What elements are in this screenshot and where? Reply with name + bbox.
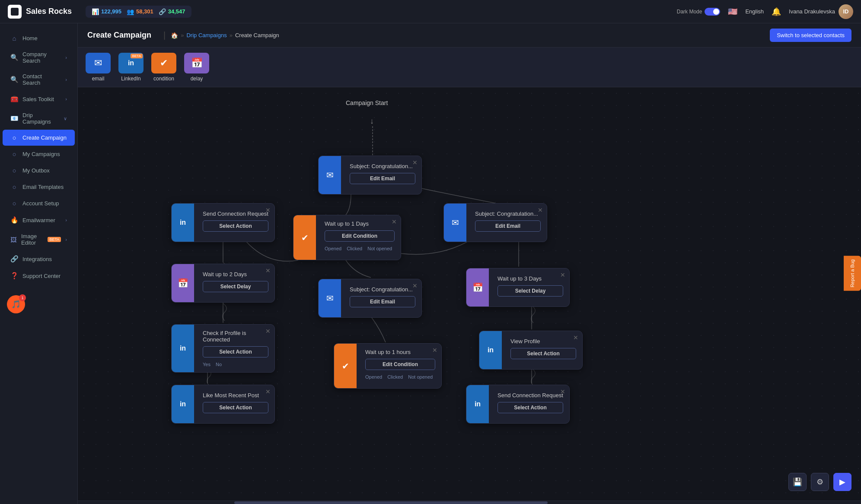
sidebar-item-support-center[interactable]: ❓ Support Center [3,268,75,284]
sidebar-item-contact-search[interactable]: 🔍 Contact Search › [3,69,75,90]
sidebar-item-account-setup-label: Account Setup [22,200,59,207]
node-linkedin2-close[interactable]: ✕ [265,328,271,335]
edit-email2-button[interactable]: Edit Email [475,220,541,232]
node-linkedin5-close[interactable]: ✕ [560,388,565,395]
edit-condition1-button[interactable]: Edit Condition [325,230,395,242]
music-icon: 🎵 [11,300,21,309]
delay-tool-label: delay [191,76,203,82]
node-linkedin1-close[interactable]: ✕ [265,207,271,214]
node-condition2: ✔ Wait up to 1 hours Edit Condition Open… [334,343,442,389]
image-editor-icon: 🖼 [10,236,17,243]
select-action-linkedin1-button[interactable]: Select Action [203,220,268,232]
chevron-right-icon3: › [65,96,67,102]
music-button[interactable]: 🎵 1 [7,295,25,313]
sidebar-item-my-outbox[interactable]: ○ My Outbox [3,163,75,179]
logo-text: Sales Rocks [26,7,72,16]
condition1-not-opened-label: Not opened [367,246,392,251]
main-content: Create Campaign | 🏠 » Drip Campaigns » C… [78,23,861,504]
node-condition1-title: Wait up to 1 Days [325,220,395,227]
user-info: Ivana Drakulevska ID [789,4,853,19]
node-condition2-close[interactable]: ✕ [432,347,437,354]
tool-linkedin[interactable]: in BETA LinkedIn [118,53,144,82]
support-icon: ❓ [10,272,18,280]
home-icon: ⌂ [10,35,18,42]
breadcrumb-sep2: » [230,32,233,38]
node-email2-close[interactable]: ✕ [538,207,543,214]
node-linkedin4-close[interactable]: ✕ [265,388,271,395]
node-linkedin1: in Send Connection Request Select Action… [171,203,275,242]
select-action-linkedin5-button[interactable]: Select Action [497,402,563,413]
company-search-icon: 🔍 [10,54,18,61]
node-linkedin4-header: in [172,385,194,423]
save-canvas-button[interactable]: 💾 [788,473,807,491]
node-delay2-content: Wait up to 3 Days Select Delay [491,268,569,303]
node-linkedin3-header: in [479,331,502,369]
sidebar-item-company-search[interactable]: 🔍 Company Search › [3,47,75,68]
linkedin-node-icon2: in [180,345,186,352]
email-tool-icon: ✉ [86,53,111,73]
sidebar-item-create-campaign-label: Create Campaign [22,134,67,141]
play-icon: ▶ [839,477,845,487]
node-email1-close[interactable]: ✕ [412,159,418,166]
avatar: ID [839,4,853,19]
sales-toolkit-icon: 🧰 [10,95,18,103]
edit-email3-button[interactable]: Edit Email [350,296,415,307]
sidebar-item-sales-toolkit[interactable]: 🧰 Sales Toolkit › [3,91,75,107]
sidebar-item-image-editor[interactable]: 🖼 Image Editor BETA › [3,229,75,250]
node-linkedin3-close[interactable]: ✕ [573,334,578,341]
sidebar-item-drip-campaigns[interactable]: 📧 Drip Campaigns ∨ [3,108,75,129]
node-delay2-close[interactable]: ✕ [560,271,565,278]
header-divider: | [163,30,166,40]
account-setup-icon: ○ [10,200,18,207]
node-delay1-close[interactable]: ✕ [265,267,271,274]
logo-box [8,5,22,19]
sidebar-item-integrations[interactable]: 🔗 Integrations [3,251,75,267]
canvas-scrollbar-thumb[interactable] [234,501,548,504]
breadcrumb-sep1: » [181,32,184,38]
canvas-area[interactable]: Campaign Start ↓ ✉ Subject: Congratulati… [78,87,861,501]
stat-companies-val: 58,301 [136,8,153,15]
sidebar-item-home[interactable]: ⌂ Home [3,30,75,46]
stat-contacts-val: 122,995 [101,8,121,15]
tool-delay[interactable]: 📅 delay [184,53,209,82]
tool-condition[interactable]: ✔ condition [151,53,176,82]
node-email2-title: Subject: Congratulation... [475,211,541,217]
edit-email1-button[interactable]: Edit Email [350,173,415,184]
select-delay1-button[interactable]: Select Delay [203,281,268,292]
play-campaign-button[interactable]: ▶ [833,473,851,491]
stat-contacts: 📊 122,995 [92,8,121,15]
condition2-opened-label: Opened [365,374,382,380]
node-linkedin1-title: Send Connection Request [203,211,268,217]
select-delay2-button[interactable]: Select Delay [497,285,563,297]
select-action-linkedin2-button[interactable]: Select Action [203,346,268,357]
sidebar-item-account-setup[interactable]: ○ Account Setup [3,195,75,211]
settings-canvas-button[interactable]: ⚙ [811,473,829,491]
node-email3-title: Subject: Congratulation... [350,286,415,293]
tool-email[interactable]: ✉ email [86,53,111,82]
sidebar-item-home-label: Home [22,35,38,41]
canvas-scrollbar-h[interactable] [78,501,861,504]
report-bug-button[interactable]: Report a Bug [844,256,861,291]
language-label[interactable]: English [745,8,764,15]
condition-tool-icon: ✔ [151,53,176,73]
stat-companies: 👥 58,301 [127,8,153,15]
sidebar-item-company-search-label: Company Search [22,51,61,64]
dark-mode-pill[interactable] [705,8,720,16]
dark-mode-toggle[interactable]: Dark Mode [677,8,721,16]
sidebar-item-create-campaign[interactable]: ○ Create Campaign [3,130,75,146]
bell-icon[interactable]: 🔔 [772,7,781,16]
node-email3-close[interactable]: ✕ [412,282,418,289]
select-action-linkedin3-button[interactable]: Select Action [510,348,576,359]
sidebar-item-my-campaigns[interactable]: ○ My Campaigns [3,146,75,162]
flag-icon: 🇺🇸 [728,7,737,16]
chevron-right-icon5: › [65,237,67,242]
sidebar-item-email-templates[interactable]: ○ Email Templates [3,179,75,195]
edit-condition2-button[interactable]: Edit Condition [365,359,435,370]
linkedin-node-icon1: in [180,219,186,226]
select-action-linkedin4-button[interactable]: Select Action [203,402,268,413]
breadcrumb-parent[interactable]: Drip Campaigns [186,32,226,38]
sidebar-item-emailwarmer[interactable]: 🔥 Emailwarmer › [3,212,75,228]
node-condition1-close[interactable]: ✕ [392,218,397,225]
start-arrow: ↓ [370,117,374,126]
switch-contacts-button[interactable]: Switch to selected contacts [770,29,851,42]
